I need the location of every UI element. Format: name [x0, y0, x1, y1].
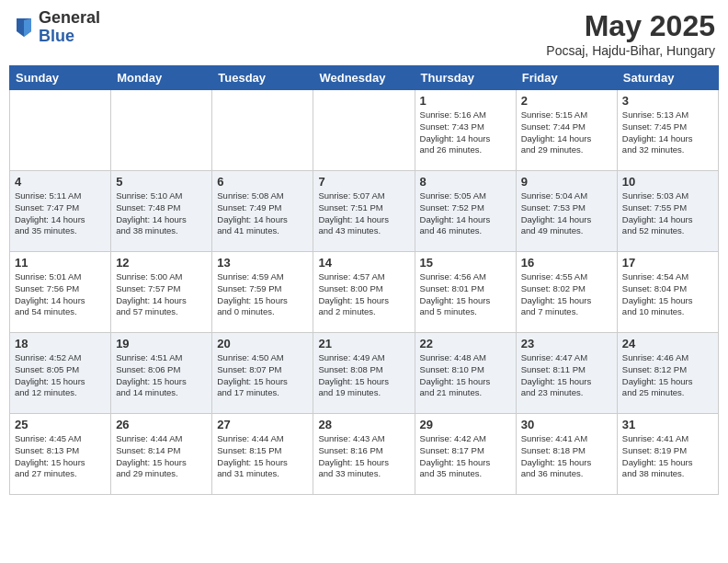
col-header-friday: Friday: [516, 66, 617, 90]
day-info: Sunrise: 5:07 AM Sunset: 7:51 PM Dayligh…: [318, 190, 409, 237]
day-info: Sunrise: 5:08 AM Sunset: 7:49 PM Dayligh…: [217, 190, 308, 237]
calendar-cell: 26Sunrise: 4:44 AM Sunset: 8:14 PM Dayli…: [111, 414, 212, 495]
logo: General Blue: [13, 9, 100, 46]
calendar-cell: 28Sunrise: 4:43 AM Sunset: 8:16 PM Dayli…: [313, 414, 415, 495]
day-info: Sunrise: 4:56 AM Sunset: 8:01 PM Dayligh…: [420, 271, 511, 318]
day-number: 13: [217, 256, 308, 270]
day-number: 10: [622, 175, 713, 189]
calendar-header-row: SundayMondayTuesdayWednesdayThursdayFrid…: [10, 66, 719, 90]
logo-blue: Blue: [39, 28, 100, 46]
col-header-thursday: Thursday: [415, 66, 516, 90]
calendar-cell: 5Sunrise: 5:10 AM Sunset: 7:48 PM Daylig…: [111, 171, 212, 252]
calendar-cell: 2Sunrise: 5:15 AM Sunset: 7:44 PM Daylig…: [516, 90, 617, 171]
col-header-sunday: Sunday: [10, 66, 111, 90]
day-info: Sunrise: 5:15 AM Sunset: 7:44 PM Dayligh…: [521, 109, 612, 156]
day-info: Sunrise: 4:42 AM Sunset: 8:17 PM Dayligh…: [420, 433, 511, 480]
day-info: Sunrise: 4:52 AM Sunset: 8:05 PM Dayligh…: [15, 352, 106, 399]
day-info: Sunrise: 4:41 AM Sunset: 8:19 PM Dayligh…: [622, 433, 713, 480]
day-number: 29: [420, 418, 511, 431]
day-number: 3: [622, 94, 713, 108]
day-info: Sunrise: 5:03 AM Sunset: 7:55 PM Dayligh…: [622, 190, 713, 237]
col-header-saturday: Saturday: [617, 66, 718, 90]
calendar-cell: 6Sunrise: 5:08 AM Sunset: 7:49 PM Daylig…: [212, 171, 313, 252]
calendar-cell: 15Sunrise: 4:56 AM Sunset: 8:01 PM Dayli…: [415, 252, 516, 333]
day-number: 20: [217, 337, 308, 350]
day-info: Sunrise: 5:01 AM Sunset: 7:56 PM Dayligh…: [15, 271, 106, 318]
day-number: 18: [15, 337, 106, 350]
calendar-week-row: 1Sunrise: 5:16 AM Sunset: 7:43 PM Daylig…: [10, 90, 719, 171]
calendar-cell: 29Sunrise: 4:42 AM Sunset: 8:17 PM Dayli…: [415, 414, 516, 495]
day-info: Sunrise: 4:50 AM Sunset: 8:07 PM Dayligh…: [217, 352, 308, 399]
calendar-cell: [111, 90, 212, 171]
day-info: Sunrise: 5:10 AM Sunset: 7:48 PM Dayligh…: [116, 190, 207, 237]
calendar-cell: 21Sunrise: 4:49 AM Sunset: 8:08 PM Dayli…: [313, 333, 415, 414]
calendar-cell: 24Sunrise: 4:46 AM Sunset: 8:12 PM Dayli…: [617, 333, 718, 414]
day-info: Sunrise: 4:51 AM Sunset: 8:06 PM Dayligh…: [116, 352, 207, 399]
calendar-cell: 11Sunrise: 5:01 AM Sunset: 7:56 PM Dayli…: [10, 252, 111, 333]
day-number: 2: [521, 94, 612, 108]
calendar-cell: 23Sunrise: 4:47 AM Sunset: 8:11 PM Dayli…: [516, 333, 617, 414]
logo-general: General: [39, 9, 100, 28]
day-number: 30: [521, 418, 612, 431]
day-info: Sunrise: 5:16 AM Sunset: 7:43 PM Dayligh…: [420, 109, 511, 156]
day-number: 21: [318, 337, 409, 350]
day-info: Sunrise: 4:59 AM Sunset: 7:59 PM Dayligh…: [217, 271, 308, 318]
calendar-cell: 20Sunrise: 4:50 AM Sunset: 8:07 PM Dayli…: [212, 333, 313, 414]
day-info: Sunrise: 5:00 AM Sunset: 7:57 PM Dayligh…: [116, 271, 207, 318]
calendar-cell: [313, 90, 415, 171]
calendar-cell: 8Sunrise: 5:05 AM Sunset: 7:52 PM Daylig…: [415, 171, 516, 252]
calendar-cell: 3Sunrise: 5:13 AM Sunset: 7:45 PM Daylig…: [617, 90, 718, 171]
calendar-cell: 12Sunrise: 5:00 AM Sunset: 7:57 PM Dayli…: [111, 252, 212, 333]
month-year-title: May 2025: [546, 9, 715, 43]
day-info: Sunrise: 5:05 AM Sunset: 7:52 PM Dayligh…: [420, 190, 511, 237]
day-number: 15: [420, 256, 511, 270]
day-number: 25: [15, 418, 106, 431]
day-number: 28: [318, 418, 409, 431]
day-info: Sunrise: 5:04 AM Sunset: 7:53 PM Dayligh…: [521, 190, 612, 237]
calendar-cell: 1Sunrise: 5:16 AM Sunset: 7:43 PM Daylig…: [415, 90, 516, 171]
location-subtitle: Pocsaj, Hajdu-Bihar, Hungary: [546, 43, 715, 58]
day-number: 8: [420, 175, 511, 189]
calendar-cell: 27Sunrise: 4:44 AM Sunset: 8:15 PM Dayli…: [212, 414, 313, 495]
calendar-cell: 13Sunrise: 4:59 AM Sunset: 7:59 PM Dayli…: [212, 252, 313, 333]
calendar-cell: 17Sunrise: 4:54 AM Sunset: 8:04 PM Dayli…: [617, 252, 718, 333]
day-number: 31: [622, 418, 713, 431]
day-info: Sunrise: 4:49 AM Sunset: 8:08 PM Dayligh…: [318, 352, 409, 399]
day-info: Sunrise: 4:43 AM Sunset: 8:16 PM Dayligh…: [318, 433, 409, 480]
day-number: 24: [622, 337, 713, 350]
day-info: Sunrise: 4:54 AM Sunset: 8:04 PM Dayligh…: [622, 271, 713, 318]
calendar-cell: 7Sunrise: 5:07 AM Sunset: 7:51 PM Daylig…: [313, 171, 415, 252]
calendar-week-row: 25Sunrise: 4:45 AM Sunset: 8:13 PM Dayli…: [10, 414, 719, 495]
calendar-cell: [10, 90, 111, 171]
calendar-cell: 9Sunrise: 5:04 AM Sunset: 7:53 PM Daylig…: [516, 171, 617, 252]
day-info: Sunrise: 4:45 AM Sunset: 8:13 PM Dayligh…: [15, 433, 106, 480]
day-info: Sunrise: 5:11 AM Sunset: 7:47 PM Dayligh…: [15, 190, 106, 237]
day-number: 11: [15, 256, 106, 270]
header: General Blue May 2025 Pocsaj, Hajdu-Biha…: [9, 9, 719, 58]
calendar-cell: 25Sunrise: 4:45 AM Sunset: 8:13 PM Dayli…: [10, 414, 111, 495]
calendar-table: SundayMondayTuesdayWednesdayThursdayFrid…: [9, 65, 719, 495]
calendar-week-row: 18Sunrise: 4:52 AM Sunset: 8:05 PM Dayli…: [10, 333, 719, 414]
day-number: 19: [116, 337, 207, 350]
day-number: 23: [521, 337, 612, 350]
day-info: Sunrise: 4:44 AM Sunset: 8:14 PM Dayligh…: [116, 433, 207, 480]
day-info: Sunrise: 4:44 AM Sunset: 8:15 PM Dayligh…: [217, 433, 308, 480]
calendar-cell: 16Sunrise: 4:55 AM Sunset: 8:02 PM Dayli…: [516, 252, 617, 333]
day-number: 6: [217, 175, 308, 189]
calendar-cell: 4Sunrise: 5:11 AM Sunset: 7:47 PM Daylig…: [10, 171, 111, 252]
title-block: May 2025 Pocsaj, Hajdu-Bihar, Hungary: [546, 9, 715, 58]
day-number: 9: [521, 175, 612, 189]
day-number: 1: [420, 94, 511, 108]
svg-marker-1: [24, 18, 31, 37]
calendar-cell: [212, 90, 313, 171]
day-number: 12: [116, 256, 207, 270]
calendar-cell: 19Sunrise: 4:51 AM Sunset: 8:06 PM Dayli…: [111, 333, 212, 414]
day-info: Sunrise: 4:55 AM Sunset: 8:02 PM Dayligh…: [521, 271, 612, 318]
col-header-wednesday: Wednesday: [313, 66, 415, 90]
calendar-cell: 30Sunrise: 4:41 AM Sunset: 8:18 PM Dayli…: [516, 414, 617, 495]
day-info: Sunrise: 4:41 AM Sunset: 8:18 PM Dayligh…: [521, 433, 612, 480]
day-number: 27: [217, 418, 308, 431]
col-header-tuesday: Tuesday: [212, 66, 313, 90]
day-number: 14: [318, 256, 409, 270]
generalblue-logo-icon: [13, 15, 35, 40]
